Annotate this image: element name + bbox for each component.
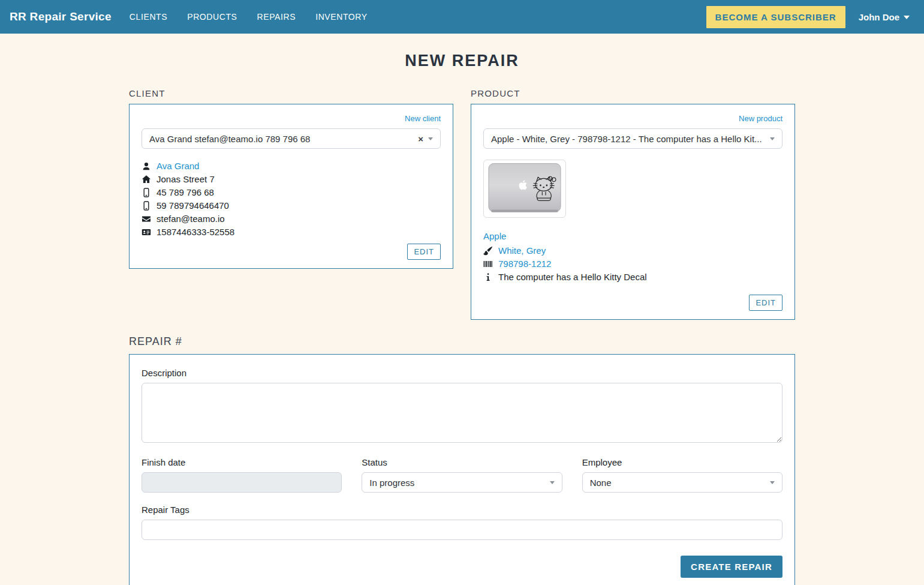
nav-item-clients[interactable]: CLIENTS — [130, 12, 167, 22]
status-select[interactable]: In progress — [362, 472, 562, 493]
product-select[interactable]: Apple - White, Grey - 798798-1212 - The … — [483, 128, 782, 149]
chevron-down-icon — [770, 481, 775, 484]
finish-date-label: Finish date — [142, 457, 342, 467]
envelope-icon — [142, 214, 151, 224]
repair-tags-label: Repair Tags — [142, 505, 782, 515]
chevron-down-icon — [428, 137, 433, 140]
barcode-icon — [483, 259, 493, 269]
page-title: NEW REPAIR — [0, 34, 924, 70]
brand-logo[interactable]: RR Repair Service — [10, 10, 112, 23]
product-color-link[interactable]: White, Grey — [498, 245, 546, 256]
nav-item-inventory[interactable]: INVENTORY — [315, 12, 368, 22]
product-brand-link[interactable]: Apple — [483, 231, 506, 241]
client-email-row: stefan@teamo.io — [142, 214, 441, 224]
product-note: The computer has a Hello Kitty Decal — [498, 272, 647, 282]
navbar-right: BECOME A SUBSCRIBER John Doe — [706, 6, 914, 28]
client-panel: New client Ava Grand stefan@teamo.io 789… — [129, 104, 453, 269]
finish-date-field: Finish date — [142, 457, 342, 493]
client-address: Jonas Street 7 — [156, 174, 215, 184]
repair-tags-input[interactable] — [142, 520, 782, 540]
client-id-number: 1587446333-52558 — [156, 227, 234, 237]
become-subscriber-button[interactable]: BECOME A SUBSCRIBER — [706, 6, 845, 28]
product-edit-button[interactable]: EDIT — [749, 295, 782, 311]
client-select[interactable]: Ava Grand stefan@teamo.io 789 796 68 × — [142, 128, 441, 149]
info-icon — [483, 272, 493, 282]
product-note-row: The computer has a Hello Kitty Decal — [483, 272, 782, 282]
client-section-label: CLIENT — [129, 88, 453, 98]
client-details: Ava Grand Jonas Street 7 4 — [142, 161, 441, 237]
nav-item-products[interactable]: PRODUCTS — [187, 12, 237, 22]
client-phone2: 59 789794646470 — [156, 200, 229, 211]
employee-label: Employee — [582, 457, 782, 467]
client-id-row: 1587446333-52558 — [142, 227, 441, 237]
client-edit-button[interactable]: EDIT — [407, 244, 441, 260]
client-email: stefan@teamo.io — [156, 214, 225, 224]
chevron-down-icon — [770, 137, 775, 140]
product-section: PRODUCT New product Apple - White, Grey … — [471, 88, 795, 320]
product-section-label: PRODUCT — [471, 88, 795, 98]
product-details: White, Grey 798798-1212 — [483, 245, 782, 282]
client-section: CLIENT New client Ava Grand stefan@teamo… — [129, 88, 453, 269]
client-phone2-row: 59 789794646470 — [142, 200, 441, 211]
description-label: Description — [142, 368, 782, 378]
mobile-icon — [142, 201, 151, 211]
repair-section: REPAIR # Description Finish date Status … — [129, 335, 795, 585]
client-phone: 45 789 796 68 — [156, 187, 214, 197]
chevron-down-icon — [550, 481, 555, 484]
chevron-down-icon — [904, 16, 910, 19]
product-photo[interactable] — [483, 160, 566, 218]
employee-select[interactable]: None — [582, 472, 782, 493]
nav-item-repairs[interactable]: REPAIRS — [257, 12, 296, 22]
employee-field: Employee None — [582, 457, 782, 493]
product-panel: New product Apple - White, Grey - 798798… — [471, 104, 795, 320]
id-card-icon — [142, 227, 151, 237]
client-phone-row: 45 789 796 68 — [142, 187, 441, 197]
user-name: John Doe — [859, 12, 899, 22]
employee-select-value: None — [590, 478, 770, 488]
top-navbar: RR Repair Service CLIENTS PRODUCTS REPAI… — [0, 0, 924, 34]
status-label: Status — [362, 457, 562, 467]
product-name-row: Apple — [483, 231, 782, 241]
repair-tags-field: Repair Tags — [142, 505, 782, 540]
repair-panel: Description Finish date Status In progre… — [129, 354, 795, 585]
product-barcode-row: 798798-1212 — [483, 259, 782, 269]
new-client-link[interactable]: New client — [405, 114, 441, 123]
new-product-link[interactable]: New product — [739, 114, 782, 123]
product-barcode-link[interactable]: 798798-1212 — [498, 259, 551, 269]
repair-section-label: REPAIR # — [129, 335, 795, 348]
create-repair-button[interactable]: CREATE REPAIR — [681, 556, 782, 578]
product-select-value: Apple - White, Grey - 798798-1212 - The … — [491, 134, 770, 144]
client-address-row: Jonas Street 7 — [142, 174, 441, 184]
macbook-hello-kitty-image — [486, 163, 563, 215]
client-name-row: Ava Grand — [142, 161, 441, 171]
user-menu[interactable]: John Doe — [859, 12, 910, 22]
person-icon — [142, 161, 151, 171]
status-select-value: In progress — [369, 478, 549, 488]
finish-date-input[interactable] — [142, 472, 342, 493]
client-name-link[interactable]: Ava Grand — [156, 161, 199, 171]
product-color-row: White, Grey — [483, 245, 782, 256]
paintbrush-icon — [483, 246, 493, 256]
clear-icon[interactable]: × — [418, 134, 423, 144]
home-icon — [142, 175, 151, 184]
mobile-icon — [142, 188, 151, 197]
status-field: Status In progress — [362, 457, 562, 493]
page-background: NEW REPAIR CLIENT New client Ava Grand s… — [0, 34, 924, 585]
client-select-value: Ava Grand stefan@teamo.io 789 796 68 — [149, 134, 418, 144]
description-textarea[interactable] — [142, 383, 782, 443]
nav-links: CLIENTS PRODUCTS REPAIRS INVENTORY — [130, 12, 368, 22]
